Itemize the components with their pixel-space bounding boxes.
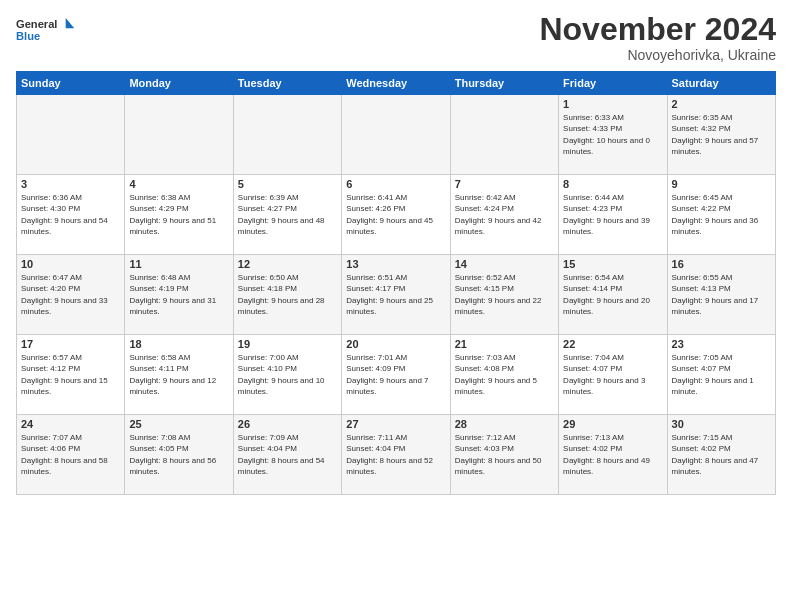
- day-info: Sunrise: 6:33 AMSunset: 4:33 PMDaylight:…: [563, 112, 662, 157]
- calendar-cell: 10 Sunrise: 6:47 AMSunset: 4:20 PMDaylig…: [17, 255, 125, 335]
- calendar-table: Sunday Monday Tuesday Wednesday Thursday…: [16, 71, 776, 495]
- day-info: Sunrise: 7:11 AMSunset: 4:04 PMDaylight:…: [346, 432, 445, 477]
- day-info: Sunrise: 6:39 AMSunset: 4:27 PMDaylight:…: [238, 192, 337, 237]
- day-number: 3: [21, 178, 120, 190]
- day-number: 7: [455, 178, 554, 190]
- day-number: 4: [129, 178, 228, 190]
- calendar-week-2: 10 Sunrise: 6:47 AMSunset: 4:20 PMDaylig…: [17, 255, 776, 335]
- day-number: 8: [563, 178, 662, 190]
- day-info: Sunrise: 6:36 AMSunset: 4:30 PMDaylight:…: [21, 192, 120, 237]
- header-row: Sunday Monday Tuesday Wednesday Thursday…: [17, 72, 776, 95]
- calendar-cell: [342, 95, 450, 175]
- day-info: Sunrise: 7:12 AMSunset: 4:03 PMDaylight:…: [455, 432, 554, 477]
- calendar-cell: [125, 95, 233, 175]
- day-info: Sunrise: 6:54 AMSunset: 4:14 PMDaylight:…: [563, 272, 662, 317]
- day-number: 22: [563, 338, 662, 350]
- month-title: November 2024: [539, 12, 776, 47]
- logo: General Blue: [16, 12, 76, 48]
- calendar-cell: 29 Sunrise: 7:13 AMSunset: 4:02 PMDaylig…: [559, 415, 667, 495]
- day-number: 19: [238, 338, 337, 350]
- day-number: 9: [672, 178, 771, 190]
- day-info: Sunrise: 6:50 AMSunset: 4:18 PMDaylight:…: [238, 272, 337, 317]
- calendar-cell: [17, 95, 125, 175]
- day-number: 10: [21, 258, 120, 270]
- day-number: 26: [238, 418, 337, 430]
- day-number: 1: [563, 98, 662, 110]
- calendar-cell: 28 Sunrise: 7:12 AMSunset: 4:03 PMDaylig…: [450, 415, 558, 495]
- day-number: 29: [563, 418, 662, 430]
- calendar-cell: [233, 95, 341, 175]
- day-info: Sunrise: 6:42 AMSunset: 4:24 PMDaylight:…: [455, 192, 554, 237]
- day-info: Sunrise: 6:44 AMSunset: 4:23 PMDaylight:…: [563, 192, 662, 237]
- day-number: 6: [346, 178, 445, 190]
- calendar-cell: 1 Sunrise: 6:33 AMSunset: 4:33 PMDayligh…: [559, 95, 667, 175]
- day-info: Sunrise: 7:05 AMSunset: 4:07 PMDaylight:…: [672, 352, 771, 397]
- col-wednesday: Wednesday: [342, 72, 450, 95]
- day-number: 30: [672, 418, 771, 430]
- day-info: Sunrise: 7:00 AMSunset: 4:10 PMDaylight:…: [238, 352, 337, 397]
- calendar-cell: 16 Sunrise: 6:55 AMSunset: 4:13 PMDaylig…: [667, 255, 775, 335]
- calendar-cell: 5 Sunrise: 6:39 AMSunset: 4:27 PMDayligh…: [233, 175, 341, 255]
- day-number: 13: [346, 258, 445, 270]
- calendar-cell: 26 Sunrise: 7:09 AMSunset: 4:04 PMDaylig…: [233, 415, 341, 495]
- day-info: Sunrise: 6:57 AMSunset: 4:12 PMDaylight:…: [21, 352, 120, 397]
- calendar-cell: 19 Sunrise: 7:00 AMSunset: 4:10 PMDaylig…: [233, 335, 341, 415]
- day-number: 5: [238, 178, 337, 190]
- col-tuesday: Tuesday: [233, 72, 341, 95]
- day-info: Sunrise: 7:03 AMSunset: 4:08 PMDaylight:…: [455, 352, 554, 397]
- calendar-week-1: 3 Sunrise: 6:36 AMSunset: 4:30 PMDayligh…: [17, 175, 776, 255]
- calendar-cell: 12 Sunrise: 6:50 AMSunset: 4:18 PMDaylig…: [233, 255, 341, 335]
- calendar-cell: 18 Sunrise: 6:58 AMSunset: 4:11 PMDaylig…: [125, 335, 233, 415]
- calendar-cell: 21 Sunrise: 7:03 AMSunset: 4:08 PMDaylig…: [450, 335, 558, 415]
- day-number: 2: [672, 98, 771, 110]
- day-info: Sunrise: 7:07 AMSunset: 4:06 PMDaylight:…: [21, 432, 120, 477]
- calendar-cell: [450, 95, 558, 175]
- day-info: Sunrise: 7:13 AMSunset: 4:02 PMDaylight:…: [563, 432, 662, 477]
- day-info: Sunrise: 7:08 AMSunset: 4:05 PMDaylight:…: [129, 432, 228, 477]
- day-number: 17: [21, 338, 120, 350]
- calendar-cell: 20 Sunrise: 7:01 AMSunset: 4:09 PMDaylig…: [342, 335, 450, 415]
- calendar-cell: 22 Sunrise: 7:04 AMSunset: 4:07 PMDaylig…: [559, 335, 667, 415]
- day-number: 11: [129, 258, 228, 270]
- day-number: 18: [129, 338, 228, 350]
- calendar-cell: 23 Sunrise: 7:05 AMSunset: 4:07 PMDaylig…: [667, 335, 775, 415]
- col-saturday: Saturday: [667, 72, 775, 95]
- calendar-cell: 2 Sunrise: 6:35 AMSunset: 4:32 PMDayligh…: [667, 95, 775, 175]
- day-info: Sunrise: 6:58 AMSunset: 4:11 PMDaylight:…: [129, 352, 228, 397]
- day-info: Sunrise: 6:47 AMSunset: 4:20 PMDaylight:…: [21, 272, 120, 317]
- calendar-page: General Blue November 2024 Novoyehorivka…: [0, 0, 792, 612]
- day-info: Sunrise: 6:51 AMSunset: 4:17 PMDaylight:…: [346, 272, 445, 317]
- col-monday: Monday: [125, 72, 233, 95]
- header: General Blue November 2024 Novoyehorivka…: [16, 12, 776, 63]
- calendar-cell: 24 Sunrise: 7:07 AMSunset: 4:06 PMDaylig…: [17, 415, 125, 495]
- day-info: Sunrise: 7:15 AMSunset: 4:02 PMDaylight:…: [672, 432, 771, 477]
- day-number: 15: [563, 258, 662, 270]
- day-number: 12: [238, 258, 337, 270]
- day-number: 28: [455, 418, 554, 430]
- day-number: 25: [129, 418, 228, 430]
- day-info: Sunrise: 6:55 AMSunset: 4:13 PMDaylight:…: [672, 272, 771, 317]
- day-number: 21: [455, 338, 554, 350]
- day-number: 27: [346, 418, 445, 430]
- day-number: 16: [672, 258, 771, 270]
- day-info: Sunrise: 6:48 AMSunset: 4:19 PMDaylight:…: [129, 272, 228, 317]
- day-info: Sunrise: 6:41 AMSunset: 4:26 PMDaylight:…: [346, 192, 445, 237]
- svg-marker-2: [66, 18, 75, 28]
- day-info: Sunrise: 6:52 AMSunset: 4:15 PMDaylight:…: [455, 272, 554, 317]
- day-number: 14: [455, 258, 554, 270]
- calendar-cell: 17 Sunrise: 6:57 AMSunset: 4:12 PMDaylig…: [17, 335, 125, 415]
- svg-text:Blue: Blue: [16, 30, 40, 42]
- calendar-cell: 7 Sunrise: 6:42 AMSunset: 4:24 PMDayligh…: [450, 175, 558, 255]
- col-sunday: Sunday: [17, 72, 125, 95]
- calendar-cell: 15 Sunrise: 6:54 AMSunset: 4:14 PMDaylig…: [559, 255, 667, 335]
- col-friday: Friday: [559, 72, 667, 95]
- location-subtitle: Novoyehorivka, Ukraine: [539, 47, 776, 63]
- calendar-week-4: 24 Sunrise: 7:07 AMSunset: 4:06 PMDaylig…: [17, 415, 776, 495]
- day-info: Sunrise: 6:38 AMSunset: 4:29 PMDaylight:…: [129, 192, 228, 237]
- calendar-cell: 27 Sunrise: 7:11 AMSunset: 4:04 PMDaylig…: [342, 415, 450, 495]
- calendar-cell: 11 Sunrise: 6:48 AMSunset: 4:19 PMDaylig…: [125, 255, 233, 335]
- col-thursday: Thursday: [450, 72, 558, 95]
- day-number: 20: [346, 338, 445, 350]
- calendar-cell: 14 Sunrise: 6:52 AMSunset: 4:15 PMDaylig…: [450, 255, 558, 335]
- calendar-cell: 13 Sunrise: 6:51 AMSunset: 4:17 PMDaylig…: [342, 255, 450, 335]
